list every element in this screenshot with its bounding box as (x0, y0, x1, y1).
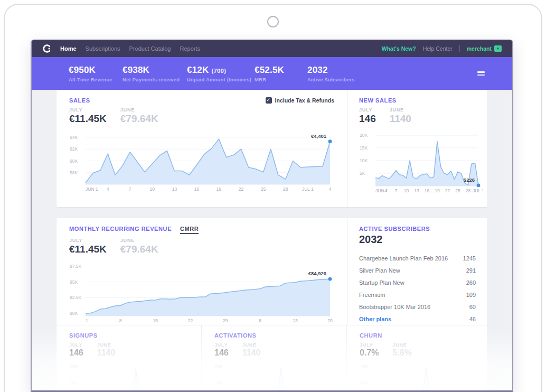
period-label: JULY (359, 107, 376, 113)
svg-text:29: 29 (223, 318, 228, 323)
page: Home Subscriptions Product Catalog Repor… (0, 0, 546, 392)
plan-list: Chargebee Launch Plan Feb 2016 1245 Silv… (359, 252, 476, 325)
dashboard-content: SALES Include Tax & Refunds JULY €11.45K… (32, 90, 512, 390)
svg-text:€4,401: €4,401 (311, 133, 327, 139)
svg-text:87.5K: 87.5K (70, 264, 82, 269)
svg-text:13: 13 (293, 318, 298, 323)
equalizer-menu-icon[interactable] (477, 70, 485, 77)
svg-text:10K: 10K (360, 158, 368, 163)
plan-row: Chargebee Launch Plan Feb 2016 1245 (359, 252, 476, 264)
chargebee-logo-icon[interactable] (42, 44, 52, 53)
signups-chart: 20K15K (69, 361, 191, 390)
period-label: JUNE (242, 342, 261, 348)
period-label: JUNE (390, 107, 411, 113)
period-value: €11.45K (69, 113, 107, 125)
signups-title: SIGNUPS (69, 332, 191, 339)
svg-text:1: 1 (86, 318, 88, 323)
stat-value: €12K (187, 65, 209, 75)
merchant-menu[interactable]: merchant ▾ (467, 45, 502, 52)
july-stat: JULY 146 (359, 107, 376, 125)
june-stat: JUNE 5.6% (392, 342, 411, 358)
svg-text:15K: 15K (360, 380, 368, 385)
july-stat: JULY 146 (69, 342, 83, 358)
period-label: JUNE (120, 107, 158, 113)
plan-name: Freemium (359, 292, 385, 298)
period-value: €79.64K (120, 113, 158, 125)
stat-value: 2032 (307, 65, 328, 75)
svg-text:16: 16 (425, 188, 430, 193)
svg-text:25: 25 (455, 188, 460, 193)
svg-text:20: 20 (327, 318, 333, 323)
churn-title: CHURN (360, 332, 481, 339)
svg-text:€84,920: €84,920 (308, 270, 326, 276)
nav-item-product-catalog[interactable]: Product Catalog (129, 45, 171, 52)
signups-panel: SIGNUPS JULY 146 JUNE 1140 20K15K (57, 325, 202, 390)
july-stat: JULY €11.45K (69, 238, 107, 255)
plan-row: Bootstrapper 10K Mar 2016 60 (359, 301, 476, 313)
nav-item-subscriptions[interactable]: Subscriptions (86, 45, 120, 52)
nav-divider (459, 45, 460, 52)
stat-net-payments: €938K Net Payments received (123, 65, 187, 82)
svg-text:16: 16 (194, 186, 200, 192)
svg-text:60K: 60K (70, 158, 78, 164)
tab-cmrr[interactable]: CMRR (180, 226, 199, 234)
svg-text:80K: 80K (70, 311, 78, 316)
stat-value: €938K (123, 65, 149, 75)
period-value: 5.6% (392, 348, 411, 358)
svg-text:JUL 1: JUL 1 (473, 188, 483, 193)
july-stat: JULY 0.7% (360, 342, 379, 358)
plan-count: 46 (469, 316, 476, 322)
plan-name: Silver Plan New (359, 267, 400, 274)
new-sales-panel: NEW SALES JULY 146 JUNE 1140 20K15K10K5K… (347, 90, 495, 207)
june-stat: JUNE 1140 (242, 342, 261, 358)
june-stat: JUNE €79.64K (120, 107, 158, 125)
stat-label: MRR (255, 77, 307, 82)
svg-text:13: 13 (172, 186, 177, 192)
plan-count: 1245 (463, 255, 476, 262)
svg-text:85K: 85K (70, 279, 78, 285)
stat-label: All-Time Revenue (69, 77, 123, 82)
svg-text:20K: 20K (360, 133, 368, 138)
sales-panel: SALES Include Tax & Refunds JULY €11.45K… (57, 90, 347, 207)
checkbox-label: Include Tax & Refunds (275, 97, 334, 104)
nav-item-reports[interactable]: Reports (180, 45, 201, 52)
checkbox-checked-icon (266, 97, 272, 104)
svg-text:22: 22 (239, 186, 244, 192)
help-center-link[interactable]: Help Center (423, 45, 453, 52)
other-plans-link[interactable]: Other plans (359, 316, 391, 322)
svg-text:7: 7 (395, 188, 398, 193)
new-sales-chart: 20K15K10K5KJUN 14710131619222528JUL 1$22… (359, 128, 483, 194)
active-subscribers-title: ACTIVE SUBSCRIBERS (359, 226, 476, 232)
period-label: JULY (69, 107, 107, 113)
nav-item-home[interactable]: Home (60, 45, 77, 52)
svg-text:10: 10 (150, 186, 155, 192)
whats-new-link[interactable]: What's New? (382, 45, 416, 52)
svg-text:19: 19 (435, 188, 440, 193)
include-tax-refunds-checkbox[interactable]: Include Tax & Refunds (266, 97, 334, 104)
activations-panel: ACTIVATIONS JULY 146 JUNE 1140 20K15K (202, 325, 347, 390)
svg-text:$226: $226 (464, 177, 475, 183)
svg-text:13: 13 (414, 188, 419, 193)
svg-text:22: 22 (188, 318, 193, 323)
sales-title: SALES (69, 97, 90, 104)
svg-text:58K: 58K (70, 170, 78, 175)
svg-text:19: 19 (216, 186, 222, 192)
churn-panel: CHURN JULY 0.7% JUNE 5.6% 20K15K (347, 325, 492, 390)
period-value: 146 (69, 348, 83, 358)
period-value: 1140 (97, 348, 116, 358)
plan-row: Other plans 46 (359, 313, 476, 325)
activations-chart: 20K15K (214, 361, 336, 390)
period-label: JULY (360, 342, 379, 348)
mrr-card: MONTHLY RECURRING REVENUE CMRR JULY €11.… (57, 218, 487, 390)
mrr-chart: 87.5K85K82.5K80K1815222961320€84,920 (69, 259, 335, 324)
svg-text:15: 15 (153, 318, 158, 323)
stat-all-time-revenue: €950K All-Time Revenue (69, 65, 123, 82)
stat-label: Net Payments received (123, 77, 187, 82)
plan-row: Startup Plan New 260 (359, 276, 476, 288)
plan-count: 291 (466, 267, 476, 274)
plan-count: 260 (466, 279, 476, 286)
svg-text:15K: 15K (360, 145, 368, 151)
svg-text:20K: 20K (70, 364, 78, 369)
stat-value: €52.5K (255, 65, 284, 75)
july-stat: JULY €11.45K (69, 107, 107, 125)
